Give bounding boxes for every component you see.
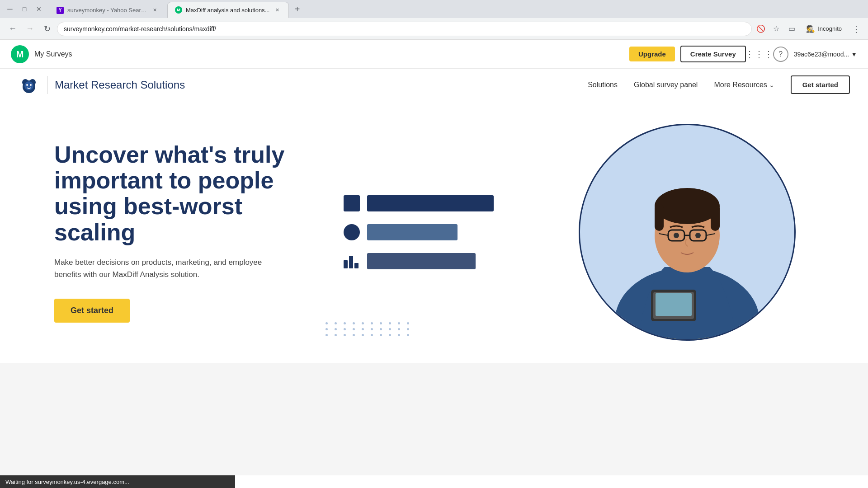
mrs-logo-icon xyxy=(18,74,40,96)
help-icon[interactable]: ? xyxy=(773,47,788,62)
svg-point-20 xyxy=(674,233,679,238)
tab1-close-button[interactable]: ✕ xyxy=(151,6,159,14)
svg-rect-13 xyxy=(655,204,664,231)
browser-tab-1[interactable]: Y surveymonkey - Yahoo Search ✕ xyxy=(49,2,166,18)
sub-header-nav: Solutions Global survey panel More Resou… xyxy=(588,75,850,94)
browser-titlebar: ─ □ ✕ Y surveymonkey - Yahoo Search ✕ M … xyxy=(0,0,868,18)
chart-bar-2 xyxy=(367,224,458,240)
incognito-label: Incognito xyxy=(818,25,842,32)
solutions-nav-link[interactable]: Solutions xyxy=(588,81,618,89)
surveymonkey-logo-icon[interactable]: M xyxy=(11,45,29,63)
hero-visual xyxy=(316,119,832,345)
create-survey-button[interactable]: Create Survey xyxy=(680,46,746,62)
svg-point-5 xyxy=(24,81,33,90)
sub-header-divider xyxy=(47,76,47,94)
bookmark-star-icon[interactable]: ☆ xyxy=(770,23,783,35)
tab1-title: surveymonkey - Yahoo Search xyxy=(67,7,147,14)
svg-point-21 xyxy=(695,233,701,238)
browser-navbar: ← → ↻ surveymonkey.com/market-research/s… xyxy=(0,18,868,40)
upgrade-button[interactable]: Upgrade xyxy=(629,47,675,61)
sub-header-left: Market Research Solutions xyxy=(18,74,185,96)
chart-bar-3 xyxy=(367,253,476,269)
status-bar-message: Waiting for surveymonkey.us-4.evergage.c… xyxy=(5,479,129,485)
chart-illustration xyxy=(344,195,494,269)
more-resources-chevron-icon: ⌄ xyxy=(769,81,774,89)
person-circle-container xyxy=(579,124,796,341)
hero-cta-button[interactable]: Get started xyxy=(54,299,130,323)
more-resources-dropdown[interactable]: More Resources ⌄ xyxy=(714,81,774,89)
window-controls: ─ □ ✕ xyxy=(4,0,49,18)
page-content: M My Surveys Upgrade Create Survey ⋮⋮⋮ ?… xyxy=(0,40,868,475)
forward-button[interactable]: → xyxy=(23,22,37,36)
hero-subtitle: Make better decisions on products, marke… xyxy=(54,256,280,281)
tab2-favicon: M xyxy=(175,6,182,14)
svg-point-12 xyxy=(655,188,720,224)
svg-point-7 xyxy=(30,84,32,86)
maximize-button[interactable]: □ xyxy=(18,3,31,15)
tabs-container: Y surveymonkey - Yahoo Search ✕ M MaxDif… xyxy=(49,0,868,18)
svg-rect-24 xyxy=(656,293,692,316)
chart-square-icon xyxy=(344,195,360,211)
chart-circle-icon xyxy=(344,224,360,240)
browser-sidebar-icon[interactable]: ▭ xyxy=(785,23,798,35)
new-tab-button[interactable]: + xyxy=(290,2,304,16)
app-header: M My Surveys Upgrade Create Survey ⋮⋮⋮ ?… xyxy=(0,40,868,69)
nav-right-controls: 🚫 ☆ ▭ 🕵 Incognito ⋮ xyxy=(755,23,863,35)
person-illustration xyxy=(592,131,782,339)
mrs-title: Market Research Solutions xyxy=(55,79,185,91)
my-surveys-link[interactable]: My Surveys xyxy=(34,50,72,58)
chart-mini-bars-icon xyxy=(344,253,360,269)
address-bar[interactable]: surveymonkey.com/market-research/solutio… xyxy=(57,22,752,36)
svg-text:M: M xyxy=(16,49,24,59)
user-email-label: 39ac6e23@mood... xyxy=(794,51,849,58)
global-survey-panel-link[interactable]: Global survey panel xyxy=(634,81,698,89)
incognito-indicator: 🕵 Incognito xyxy=(801,23,847,35)
chart-row-2 xyxy=(344,224,494,240)
hero-title: Uncover what's truly important to people… xyxy=(54,142,316,245)
footer-area xyxy=(0,363,868,475)
minimize-button[interactable]: ─ xyxy=(4,3,16,15)
browser-tab-2[interactable]: M MaxDiff analysis and solutions... ✕ xyxy=(167,2,289,18)
more-resources-label: More Resources xyxy=(714,81,767,89)
browser-menu-icon[interactable]: ⋮ xyxy=(850,23,863,35)
tab2-title: MaxDiff analysis and solutions... xyxy=(186,7,269,14)
svg-point-6 xyxy=(26,84,28,86)
back-button[interactable]: ← xyxy=(5,22,20,36)
camera-block-icon[interactable]: 🚫 xyxy=(755,23,767,35)
app-header-left: M My Surveys xyxy=(11,45,72,63)
hero-content: Uncover what's truly important to people… xyxy=(54,142,316,323)
address-bar-url: surveymonkey.com/market-research/solutio… xyxy=(64,25,216,33)
app-header-right: Upgrade Create Survey ⋮⋮⋮ ? 39ac6e23@moo… xyxy=(629,46,857,62)
chart-row-3 xyxy=(344,253,494,269)
close-button[interactable]: ✕ xyxy=(33,3,45,15)
apps-grid-icon[interactable]: ⋮⋮⋮ xyxy=(751,46,768,62)
incognito-icon: 🕵 xyxy=(806,24,815,33)
chart-row-1 xyxy=(344,195,494,211)
dot-grid-decoration xyxy=(326,322,412,336)
sub-header: Market Research Solutions Solutions Glob… xyxy=(0,69,868,101)
tab2-close-button[interactable]: ✕ xyxy=(273,6,281,14)
hero-section: Uncover what's truly important to people… xyxy=(0,101,868,363)
get-started-header-button[interactable]: Get started xyxy=(791,75,850,94)
tab1-favicon: Y xyxy=(57,7,64,14)
status-bar: Waiting for surveymonkey.us-4.evergage.c… xyxy=(0,475,235,488)
chart-bar-1 xyxy=(367,195,494,211)
refresh-button[interactable]: ↻ xyxy=(40,22,54,36)
user-account-menu[interactable]: 39ac6e23@mood... ▼ xyxy=(794,51,857,58)
account-chevron-icon: ▼ xyxy=(851,51,857,58)
svg-rect-14 xyxy=(711,204,720,231)
